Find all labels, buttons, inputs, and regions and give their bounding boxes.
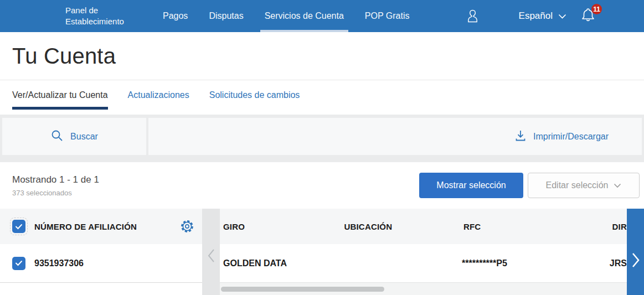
scrollable-columns: GIRO UBICACIÓN RFC DIR GOLDEN DATA *****… — [220, 209, 627, 295]
language-selector[interactable]: Español — [519, 11, 566, 22]
accounts-table: NÚMERO DE AFILIACIÓN 9351937306 — [0, 209, 644, 295]
scroll-right-button[interactable] — [627, 209, 644, 295]
column-header-giro: GIRO — [223, 222, 344, 231]
table-row-fixed-cell: 9351937306 — [0, 244, 202, 283]
nav-item-pop-gratis[interactable]: POP Gratis — [365, 0, 410, 32]
active-tab-underline — [12, 107, 108, 110]
search-button[interactable]: Buscar — [2, 118, 146, 155]
page-header: Tu Cuenta — [0, 32, 644, 80]
fixed-column-header: NÚMERO DE AFILIACIÓN — [0, 209, 202, 244]
edit-selection-button[interactable]: Editar selección — [528, 173, 640, 198]
nav-item-label: Servicios de Cuenta — [265, 11, 344, 21]
results-summary: Mostrando 1 - 1 de 1 373 seleccionados — [12, 174, 99, 197]
language-label: Español — [519, 11, 553, 22]
chevron-left-icon — [207, 239, 215, 265]
active-nav-underline — [260, 30, 348, 32]
chevron-down-icon — [558, 11, 566, 22]
search-icon — [50, 129, 64, 144]
tab-ver-actualizar-tu-cuenta[interactable]: Ver/Actualizar tu Cuenta — [12, 80, 108, 110]
print-download-button[interactable]: Imprimir/Descargar — [514, 130, 609, 144]
chevron-right-icon — [631, 209, 640, 271]
search-label: Buscar — [70, 132, 98, 142]
print-download-label: Imprimir/Descargar — [533, 132, 609, 142]
column-header-numero-afiliacion: NÚMERO DE AFILIACIÓN — [34, 222, 137, 231]
notification-badge: 11 — [591, 4, 602, 14]
column-header-dir: DIR — [612, 222, 627, 231]
tab-solicitudes-de-cambios[interactable]: Solicitudes de cambios — [209, 80, 300, 110]
dir-cell: JRS — [610, 258, 627, 268]
nav-item-servicios-de-cuenta[interactable]: Servicios de Cuenta — [265, 0, 344, 32]
account-tabs: Ver/Actualizar tu Cuenta Actualizaciones… — [0, 80, 644, 110]
edit-selection-label: Editar selección — [546, 180, 609, 190]
row-checkbox[interactable] — [12, 257, 25, 270]
affiliation-number-cell: 9351937306 — [34, 258, 84, 268]
tab-actualizaciones[interactable]: Actualizaciones — [128, 80, 189, 110]
show-selection-button[interactable]: Mostrar selección — [419, 173, 523, 198]
top-navbar: Panel de Establecimiento Pagos Disputas … — [0, 0, 644, 32]
chevron-down-icon — [614, 180, 621, 190]
gear-icon[interactable] — [180, 219, 194, 234]
selected-count-text: 373 seleccionados — [12, 189, 99, 197]
tabs-spacer — [0, 110, 644, 115]
brand-title[interactable]: Panel de Establecimiento — [65, 5, 132, 28]
table-row[interactable]: GOLDEN DATA **********P5 JRS — [220, 244, 627, 283]
column-header-rfc: RFC — [463, 222, 612, 231]
tab-label: Ver/Actualizar tu Cuenta — [12, 90, 108, 100]
column-header-ubicacion: UBICACIÓN — [344, 222, 463, 231]
horizontal-scrollbar-thumb[interactable] — [221, 287, 384, 292]
merchant-dashboard-page: Panel de Establecimiento Pagos Disputas … — [0, 0, 644, 295]
navbar-right-controls: Español 11 — [466, 7, 644, 25]
nav-item-pagos[interactable]: Pagos — [163, 0, 188, 32]
horizontal-scrollbar-track — [220, 283, 627, 295]
filter-toolbar: Buscar Imprimir/Descargar — [0, 115, 644, 162]
fixed-column-footer — [0, 283, 202, 295]
rfc-cell: **********P5 — [462, 258, 610, 268]
toolbar-main-panel: Imprimir/Descargar — [148, 118, 642, 155]
page-title: Tu Cuenta — [12, 44, 116, 69]
results-actions: Mostrar selección Editar selección — [419, 173, 640, 198]
fixed-column: NÚMERO DE AFILIACIÓN 9351937306 — [0, 209, 202, 295]
scrollable-header-row: GIRO UBICACIÓN RFC DIR — [220, 209, 627, 244]
giro-cell: GOLDEN DATA — [223, 258, 343, 268]
scroll-left-button[interactable] — [202, 209, 220, 295]
select-all-checkbox-focus-ring — [10, 218, 28, 235]
bell-icon — [581, 15, 595, 24]
showing-count-text: Mostrando 1 - 1 de 1 — [12, 174, 99, 185]
download-icon — [514, 130, 527, 144]
notifications-button[interactable]: 11 — [581, 7, 595, 25]
nav-item-disputas[interactable]: Disputas — [209, 0, 243, 32]
profile-icon[interactable] — [466, 9, 479, 23]
results-bar: Mostrando 1 - 1 de 1 373 seleccionados M… — [0, 162, 644, 209]
select-all-checkbox[interactable] — [12, 220, 25, 233]
main-nav: Pagos Disputas Servicios de Cuenta POP G… — [163, 0, 430, 32]
